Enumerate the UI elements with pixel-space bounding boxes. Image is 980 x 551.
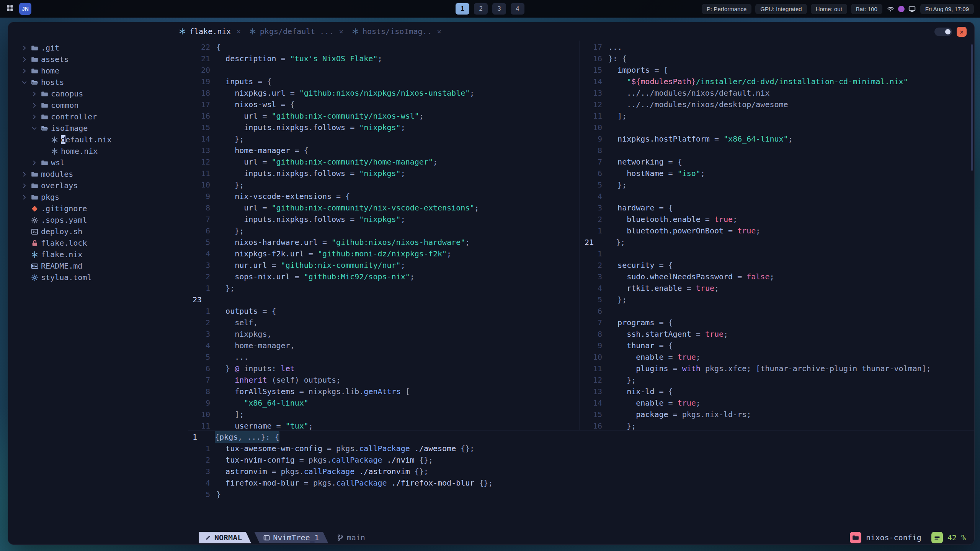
- chevron-right-icon[interactable]: [21, 183, 31, 189]
- code-line[interactable]: 16 url = "github:nix-community/nixos-wsl…: [188, 110, 580, 122]
- tree-item-default-nix[interactable]: default.nix: [21, 134, 188, 145]
- code-line[interactable]: 7 inherit (self) outputs;: [188, 374, 580, 386]
- code-line[interactable]: 18 nixpkgs.url = "github:nixos/nixpkgs/n…: [188, 87, 580, 99]
- code-line[interactable]: 5}: [188, 489, 974, 500]
- code-line[interactable]: 9 thunar = {: [580, 340, 974, 351]
- code-line[interactable]: 16}: {: [580, 53, 974, 64]
- code-line[interactable]: 10: [580, 122, 974, 133]
- chevron-down-icon[interactable]: [31, 125, 41, 132]
- code-line[interactable]: 14 "${modulesPath}/installer/cd-dvd/inst…: [580, 76, 974, 87]
- workspace-button-2[interactable]: 2: [474, 3, 488, 15]
- tab-close-icon[interactable]: ×: [339, 27, 343, 36]
- tree-item-overlays[interactable]: overlays: [21, 180, 188, 191]
- tab-pkgs-default-[interactable]: pkgs/default ...×: [249, 27, 343, 36]
- tree-item-isoImage[interactable]: isoImage: [21, 122, 188, 134]
- tab-hosts-isoImag-[interactable]: hosts/isoImag..×: [352, 27, 441, 36]
- workspace-button-4[interactable]: 4: [511, 3, 524, 15]
- app-launcher-icon[interactable]: [6, 4, 14, 13]
- code-line[interactable]: 7 networking = {: [580, 156, 974, 168]
- tree-item-home[interactable]: home: [21, 65, 188, 77]
- code-line[interactable]: 14 enable = true;: [580, 397, 974, 409]
- code-line[interactable]: 11 plugins = with pkgs.xfce; [thunar-arc…: [580, 363, 974, 374]
- code-line[interactable]: 16 };: [580, 420, 974, 430]
- chevron-right-icon[interactable]: [21, 56, 31, 63]
- code-line[interactable]: 4 firefox-mod-blur = pkgs.callPackage ./…: [188, 477, 974, 489]
- code-line[interactable]: 8 forAllSystems = nixpkgs.lib.genAttrs [: [188, 386, 580, 397]
- chevron-right-icon[interactable]: [21, 194, 31, 201]
- tab-flake-nix[interactable]: flake.nix×: [179, 27, 241, 36]
- code-line[interactable]: 8 ssh.startAgent = true;: [580, 328, 974, 340]
- code-line[interactable]: 2 security = {: [580, 259, 974, 271]
- code-line[interactable]: 6 hostName = "iso";: [580, 168, 974, 179]
- code-line[interactable]: 8 url = "github:nix-community/nix-vscode…: [188, 202, 580, 214]
- code-line[interactable]: 5 };: [580, 294, 974, 305]
- code-line[interactable]: 2 tux-nvim-config = pkgs.callPackage ./n…: [188, 454, 974, 466]
- tree-item-deploy-sh[interactable]: deploy.sh: [21, 226, 188, 237]
- workspace-button-1[interactable]: 1: [456, 3, 469, 15]
- code-line[interactable]: 1 };: [188, 282, 580, 294]
- tree-item-modules[interactable]: modules: [21, 168, 188, 180]
- chevron-right-icon[interactable]: [31, 160, 41, 166]
- tree-item--sops-yaml[interactable]: .sops.yaml: [21, 214, 188, 226]
- code-line[interactable]: 7 programs = {: [580, 317, 974, 328]
- code-line[interactable]: 5 ...: [188, 351, 580, 363]
- code-line[interactable]: 2 sops-nix.url = "github:Mic92/sops-nix"…: [188, 271, 580, 282]
- code-line[interactable]: 1{pkgs, ...}: {: [188, 431, 974, 443]
- tree-item-wsl[interactable]: wsl: [21, 157, 188, 168]
- code-line[interactable]: 17 nixos-wsl = {: [188, 99, 580, 110]
- tree-item-assets[interactable]: assets: [21, 54, 188, 65]
- code-line[interactable]: 17...: [580, 41, 974, 53]
- code-line[interactable]: 22{: [188, 41, 580, 53]
- code-line[interactable]: 4: [580, 191, 974, 202]
- code-line[interactable]: 4 home-manager,: [188, 340, 580, 351]
- tree-item-common[interactable]: common: [21, 99, 188, 111]
- code-line[interactable]: 1 bluetooth.powerOnBoot = true;: [580, 225, 974, 236]
- code-line[interactable]: 6 };: [188, 225, 580, 236]
- code-line[interactable]: 10 };: [188, 179, 580, 191]
- code-line[interactable]: 20: [188, 64, 580, 76]
- tab-close-icon[interactable]: ×: [437, 27, 441, 36]
- tree-item--git[interactable]: .git: [21, 42, 188, 54]
- chevron-right-icon[interactable]: [21, 45, 31, 51]
- code-line[interactable]: 11 inputs.nixpkgs.follows = "nixpkgs";: [188, 168, 580, 179]
- tree-item-stylua-toml[interactable]: stylua.toml: [21, 272, 188, 283]
- code-line[interactable]: 21 };: [580, 236, 974, 248]
- code-line[interactable]: 15 package = pkgs.nix-ld-rs;: [580, 409, 974, 420]
- window-pin-toggle[interactable]: [934, 28, 952, 36]
- tree-item-flake-nix[interactable]: flake.nix: [21, 249, 188, 260]
- chevron-right-icon[interactable]: [31, 114, 41, 120]
- scrollbar[interactable]: [971, 44, 973, 171]
- tree-item-canopus[interactable]: canopus: [21, 88, 188, 99]
- code-line[interactable]: 14 };: [188, 133, 580, 145]
- code-line[interactable]: 1: [580, 248, 974, 259]
- chevron-right-icon[interactable]: [21, 68, 31, 74]
- code-line[interactable]: 11 ];: [580, 110, 974, 122]
- tree-item-controller[interactable]: controller: [21, 111, 188, 122]
- code-line[interactable]: 5 };: [580, 179, 974, 191]
- code-line[interactable]: 11 username = "tux";: [188, 420, 580, 430]
- chevron-right-icon[interactable]: [31, 102, 41, 109]
- code-line[interactable]: 21 description = "tux's NixOS Flake";: [188, 53, 580, 64]
- close-button[interactable]: ✕: [957, 27, 967, 37]
- code-line[interactable]: 10 enable = true;: [580, 351, 974, 363]
- code-line[interactable]: 13 nix-ld = {: [580, 386, 974, 397]
- wifi-icon[interactable]: [887, 5, 894, 13]
- jn-logo[interactable]: JN: [19, 3, 31, 15]
- code-line[interactable]: 13 ../../modules/nixos/default.nix: [580, 87, 974, 99]
- code-line[interactable]: 3 astronvim = pkgs.callPackage ./astronv…: [188, 466, 974, 477]
- chevron-down-icon[interactable]: [21, 79, 31, 86]
- chevron-right-icon[interactable]: [21, 171, 31, 178]
- code-line[interactable]: 1 outputs = {: [188, 305, 580, 317]
- code-line[interactable]: 4 rtkit.enable = true;: [580, 282, 974, 294]
- code-line[interactable]: 9 nix-vscode-extensions = {: [188, 191, 580, 202]
- tree-item-flake-lock[interactable]: flake.lock: [21, 237, 188, 249]
- code-line[interactable]: 8: [580, 145, 974, 156]
- code-line[interactable]: 3 nur.url = "github:nix-community/nur";: [188, 259, 580, 271]
- code-line[interactable]: 3 hardware = {: [580, 202, 974, 214]
- dot-icon[interactable]: [898, 6, 905, 12]
- code-line[interactable]: 9 "x86_64-linux": [188, 397, 580, 409]
- code-line[interactable]: 19 inputs = {: [188, 76, 580, 87]
- code-line[interactable]: 12 };: [580, 374, 974, 386]
- code-line[interactable]: 1 tux-awesome-wm-config = pkgs.callPacka…: [188, 443, 974, 454]
- tree-item--gitignore[interactable]: .gitignore: [21, 203, 188, 214]
